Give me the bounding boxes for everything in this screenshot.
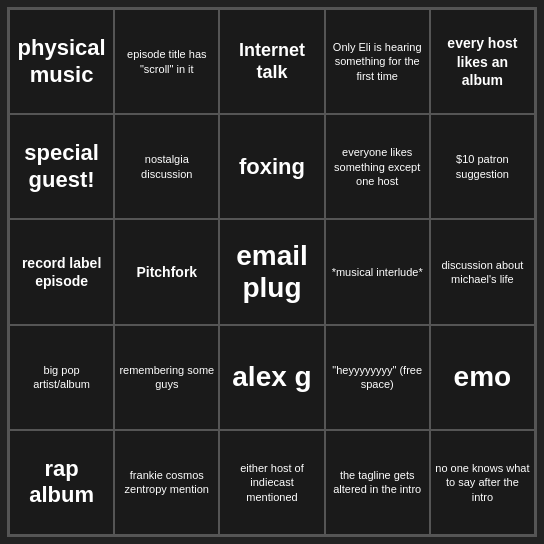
cell-r1c2[interactable]: foxing (219, 114, 324, 219)
cell-r2c4[interactable]: discussion about michael's life (430, 219, 535, 324)
cell-r2c2[interactable]: email plug (219, 219, 324, 324)
cell-r4c1[interactable]: frankie cosmos zentropy mention (114, 430, 219, 535)
cell-text-r1c4: $10 patron suggestion (435, 152, 530, 181)
cell-text-r2c3: *musical interlude* (332, 265, 423, 279)
cell-r3c1[interactable]: remembering some guys (114, 325, 219, 430)
cell-r3c4[interactable]: emo (430, 325, 535, 430)
cell-text-r0c2: Internet talk (224, 40, 319, 83)
bingo-board: physical musicepisode title has "scroll"… (7, 7, 537, 537)
cell-text-r4c4: no one knows what to say after the intro (435, 461, 530, 504)
cell-text-r4c1: frankie cosmos zentropy mention (119, 468, 214, 497)
cell-r4c3[interactable]: the tagline gets altered in the intro (325, 430, 430, 535)
cell-text-r3c3: "heyyyyyyyy" (free space) (330, 363, 425, 392)
cell-r4c0[interactable]: rap album (9, 430, 114, 535)
cell-text-r1c3: everyone likes something except one host (330, 145, 425, 188)
cell-text-r3c2: alex g (232, 361, 311, 393)
cell-r4c4[interactable]: no one knows what to say after the intro (430, 430, 535, 535)
cell-text-r2c1: Pitchfork (136, 263, 197, 281)
cell-text-r3c1: remembering some guys (119, 363, 214, 392)
cell-r1c0[interactable]: special guest! (9, 114, 114, 219)
cell-r3c0[interactable]: big pop artist/album (9, 325, 114, 430)
cell-r2c0[interactable]: record label episode (9, 219, 114, 324)
cell-text-r2c4: discussion about michael's life (435, 258, 530, 287)
cell-text-r3c0: big pop artist/album (14, 363, 109, 392)
cell-r2c1[interactable]: Pitchfork (114, 219, 219, 324)
cell-r3c2[interactable]: alex g (219, 325, 324, 430)
cell-r4c2[interactable]: either host of indiecast mentioned (219, 430, 324, 535)
cell-r0c1[interactable]: episode title has "scroll" in it (114, 9, 219, 114)
cell-text-r2c2: email plug (224, 240, 319, 304)
cell-text-r0c3: Only Eli is hearing something for the fi… (330, 40, 425, 83)
cell-text-r3c4: emo (454, 361, 512, 393)
cell-r0c2[interactable]: Internet talk (219, 9, 324, 114)
cell-r1c3[interactable]: everyone likes something except one host (325, 114, 430, 219)
cell-r3c3[interactable]: "heyyyyyyyy" (free space) (325, 325, 430, 430)
cell-text-r4c2: either host of indiecast mentioned (224, 461, 319, 504)
cell-r0c4[interactable]: every host likes an album (430, 9, 535, 114)
cell-text-r4c3: the tagline gets altered in the intro (330, 468, 425, 497)
cell-text-r0c1: episode title has "scroll" in it (119, 47, 214, 76)
cell-r1c4[interactable]: $10 patron suggestion (430, 114, 535, 219)
cell-text-r0c4: every host likes an album (435, 34, 530, 89)
cell-text-r2c0: record label episode (14, 254, 109, 290)
cell-text-r1c2: foxing (239, 154, 305, 180)
cell-text-r1c0: special guest! (14, 140, 109, 193)
cell-r0c3[interactable]: Only Eli is hearing something for the fi… (325, 9, 430, 114)
cell-text-r0c0: physical music (14, 35, 109, 88)
cell-text-r1c1: nostalgia discussion (119, 152, 214, 181)
cell-text-r4c0: rap album (14, 456, 109, 509)
cell-r0c0[interactable]: physical music (9, 9, 114, 114)
cell-r1c1[interactable]: nostalgia discussion (114, 114, 219, 219)
cell-r2c3[interactable]: *musical interlude* (325, 219, 430, 324)
